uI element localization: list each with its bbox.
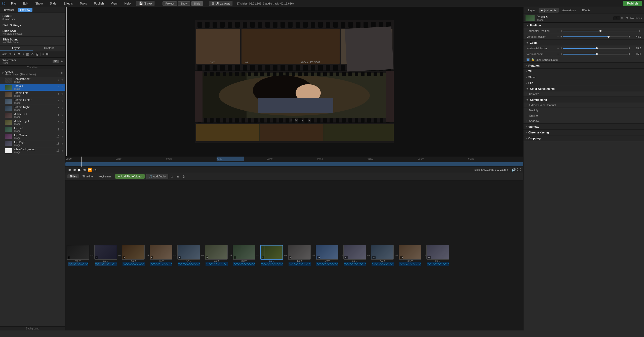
grid-slices-icon[interactable]: ⊞ xyxy=(626,17,628,20)
nav-tab-project[interactable]: Project xyxy=(163,1,177,6)
nav-tab-show[interactable]: Show xyxy=(178,1,190,6)
h-pos-plus2[interactable]: + xyxy=(638,29,641,33)
layer-item-bottomcenter[interactable]: Bottom Center Image 5 👁 xyxy=(0,98,65,105)
slide-item-9[interactable]: 9 1.3 ↺ xyxy=(288,245,311,266)
preview-tab[interactable]: Preview xyxy=(18,8,32,12)
layer-item-topright[interactable]: Top Right Image 11 👁 xyxy=(0,140,65,147)
tool4-btn[interactable]: ≡ xyxy=(22,52,25,57)
h-zoom-plus[interactable]: + xyxy=(560,46,563,50)
menu-file[interactable]: File xyxy=(10,1,17,6)
volume-button[interactable]: 🔊 xyxy=(511,168,516,172)
next-frame-button[interactable]: ⏭ xyxy=(83,168,86,172)
multiply-expand[interactable]: › xyxy=(527,109,528,112)
layer-item-topcenter[interactable]: Top Center Image 10 👁 xyxy=(0,133,65,140)
ui-layout-button[interactable]: ⊞ UI Layout xyxy=(209,1,233,6)
position-header[interactable]: ▼ Position xyxy=(524,23,644,28)
lock-aspect-checkbox[interactable] xyxy=(527,58,530,61)
layer-eye-bottomcenter[interactable]: 👁 xyxy=(61,100,64,103)
browser-tab[interactable]: Browser xyxy=(2,8,17,12)
slide-item-10[interactable]: 10 1.0 ↺ xyxy=(316,245,339,266)
extract-color-expand[interactable]: › xyxy=(527,104,528,107)
group-layer-header[interactable]: ▼ Group Group Layer (10 sub items) 1 👁 xyxy=(0,69,65,77)
timeline-tab[interactable]: Timeline xyxy=(80,174,95,178)
menu-help[interactable]: Help xyxy=(123,1,132,6)
tool6-btn[interactable]: ⟲ xyxy=(30,52,34,57)
menu-show[interactable]: Show xyxy=(34,1,44,6)
chroma-header[interactable]: › Chroma Keying xyxy=(524,130,644,135)
group-eye[interactable]: 👁 xyxy=(61,72,64,75)
slides-strip[interactable]: 1 0.5 ↺ cut 2 xyxy=(65,180,523,331)
v-pos-slider[interactable] xyxy=(563,36,628,37)
menu-slide[interactable]: Slide xyxy=(48,1,58,6)
slide-icon-btn1[interactable]: ⊡ xyxy=(170,174,174,179)
colorize-expand[interactable]: › xyxy=(527,92,528,95)
content-tab[interactable]: Content xyxy=(33,45,65,51)
tool7-btn[interactable]: ⛓ xyxy=(35,52,39,57)
slide-settings-row[interactable]: Slide Settings › xyxy=(0,22,65,28)
layers-tab[interactable]: Layers xyxy=(0,45,33,51)
layer-eye-middleleft[interactable]: 👁 xyxy=(61,114,64,117)
layer-item-middleleft[interactable]: Middle Left Image 7 👁 xyxy=(0,112,65,119)
layer-item-middleright[interactable]: Middle Right Image 8 👁 xyxy=(0,119,65,126)
layer-eye-contactsheet[interactable]: 👁 xyxy=(61,79,64,82)
slide-item-7[interactable]: 7 2.2 ↺ xyxy=(233,245,256,266)
slide-item-8[interactable]: 8 0.0 ↺ xyxy=(260,245,284,266)
h-pos-slider[interactable] xyxy=(563,31,638,31)
v-zoom-plus[interactable]: + xyxy=(560,52,563,56)
slides-tab[interactable]: Slides xyxy=(67,174,79,178)
grid-view-btn[interactable]: ⊞ xyxy=(45,52,49,57)
v-zoom-slider[interactable] xyxy=(563,54,628,55)
slide-delete-btn[interactable]: 🗑 xyxy=(181,174,186,178)
v-zoom-minus[interactable]: − xyxy=(557,52,559,56)
h-zoom-plus2[interactable]: + xyxy=(628,46,631,50)
add-audio-button[interactable]: 🎵 Add Audio xyxy=(146,174,169,179)
slide-style-row[interactable]: Slide Style No Style Selected › xyxy=(0,28,65,37)
compositing-header[interactable]: ▼ Compositing xyxy=(524,97,644,103)
menu-publish[interactable]: Publish xyxy=(92,1,105,6)
outline-expand[interactable]: › xyxy=(527,114,528,117)
layer-eye-topcenter[interactable]: 👁 xyxy=(61,135,64,138)
flip-header[interactable]: › Flip xyxy=(524,80,644,86)
animations-tab[interactable]: Animations xyxy=(560,8,578,13)
layer-item-bottomleft[interactable]: Bottom Left Image 4 👁 xyxy=(0,91,65,98)
slide-item-2[interactable]: 2 0.5 ↺ xyxy=(94,245,117,266)
vignette-header[interactable]: › Vignette xyxy=(524,124,644,129)
cropping-header[interactable]: › Cropping xyxy=(524,135,644,141)
layer-item-contactsheet[interactable]: ContactSheet Image 2 👁 xyxy=(0,77,65,84)
color-adj-header[interactable]: ▼ Color Adjustments xyxy=(524,86,644,91)
end-button[interactable]: ⏭ xyxy=(93,168,97,172)
slide-item-4[interactable]: 4 4.1 ↺ xyxy=(150,245,173,266)
slide-sound-row[interactable]: Slide Sound No Slide Sound › xyxy=(0,37,65,45)
keyframes-tab[interactable]: Keyframes xyxy=(96,174,114,178)
rewind-button[interactable]: ⏮ xyxy=(68,168,71,172)
layer-eye-whitebackground[interactable]: 👁 xyxy=(61,149,64,153)
layer-eye-topleft[interactable]: 👁 xyxy=(61,128,64,131)
layer-item-bottomright[interactable]: Bottom Right Image 6 👁 xyxy=(0,105,65,112)
slide-item-13[interactable]: 13 2.5 ↺ xyxy=(399,245,422,266)
fast-forward-button[interactable]: ⏩ xyxy=(88,168,92,172)
tilt-header[interactable]: › Tilt xyxy=(524,69,644,74)
publish-button[interactable]: Publish xyxy=(623,1,642,6)
slide-item-14[interactable]: 14 0.0 ↺ xyxy=(426,245,450,266)
slide-item-12[interactable]: 12 4.5 ↺ xyxy=(371,245,394,266)
effects-tab[interactable]: Effects xyxy=(579,8,593,13)
save-button[interactable]: 💾 Save xyxy=(136,1,154,6)
layer-number-input[interactable] xyxy=(613,16,620,20)
shape-tool-btn[interactable]: ✦ xyxy=(12,52,16,57)
layer-eye-bottomright[interactable]: 👁 xyxy=(61,107,64,110)
nav-tab-slide[interactable]: Slide xyxy=(191,1,203,6)
menu-edit[interactable]: Edit xyxy=(21,1,30,6)
slide-item-6[interactable]: 6 0.0 ↺ xyxy=(205,245,228,266)
layer-item-whitebackground[interactable]: WhiteBackground Image 12 👁 xyxy=(0,147,65,154)
h-zoom-minus[interactable]: − xyxy=(557,46,559,50)
menu-effects[interactable]: Effects xyxy=(62,1,74,6)
menu-view[interactable]: View xyxy=(109,1,119,6)
layer-eye-photo4[interactable]: 👁 xyxy=(61,86,64,89)
add-photo-video-button[interactable]: + Add Photo/Video xyxy=(115,174,145,179)
v-pos-plus2[interactable]: + xyxy=(628,35,631,38)
fullscreen-button[interactable]: ⛶ xyxy=(517,168,521,172)
menu-tools[interactable]: Tools xyxy=(78,1,88,6)
v-pos-plus[interactable]: + xyxy=(560,35,563,38)
h-zoom-slider[interactable] xyxy=(563,48,628,49)
rotation-header[interactable]: › Rotation xyxy=(524,63,644,68)
